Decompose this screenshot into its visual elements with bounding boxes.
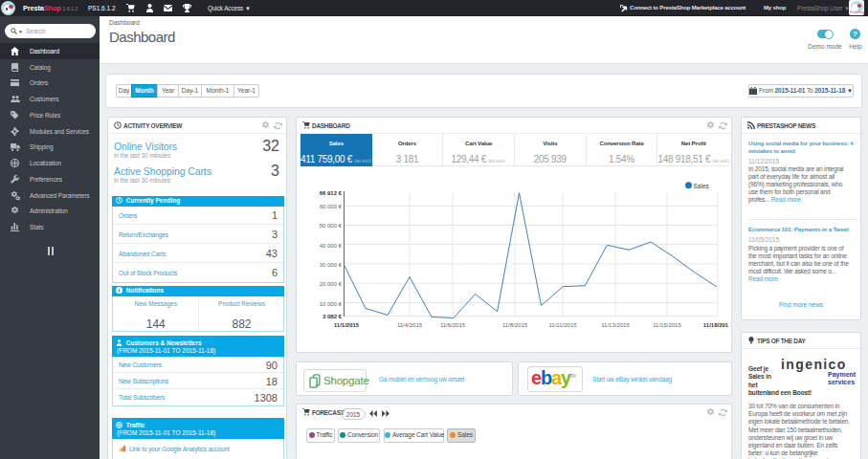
svg-text:66 912 €: 66 912 €: [320, 190, 343, 196]
svg-text:11/11/2015: 11/11/2015: [548, 322, 577, 328]
svg-text:50 000 €: 50 000 €: [320, 223, 343, 229]
svg-text:11/6/2015: 11/6/2015: [440, 322, 466, 328]
svg-text:20 000 €: 20 000 €: [320, 281, 343, 287]
svg-text:10 000 €: 10 000 €: [320, 301, 343, 307]
svg-text:Sales: Sales: [694, 183, 710, 189]
svg-text:11/15/2015: 11/15/2015: [653, 322, 681, 328]
svg-text:60 000 €: 60 000 €: [320, 204, 343, 209]
svg-text:11/18/201: 11/18/201: [703, 322, 729, 328]
svg-text:3 082 €: 3 082 €: [323, 314, 343, 319]
svg-text:40 000 €: 40 000 €: [320, 243, 343, 249]
svg-text:11/1/2015: 11/1/2015: [334, 322, 360, 328]
svg-text:11/8/2015: 11/8/2015: [502, 322, 528, 328]
svg-text:11/4/2015: 11/4/2015: [397, 322, 423, 328]
svg-text:30 000 €: 30 000 €: [320, 262, 343, 268]
svg-text:11/13/2015: 11/13/2015: [601, 322, 630, 328]
